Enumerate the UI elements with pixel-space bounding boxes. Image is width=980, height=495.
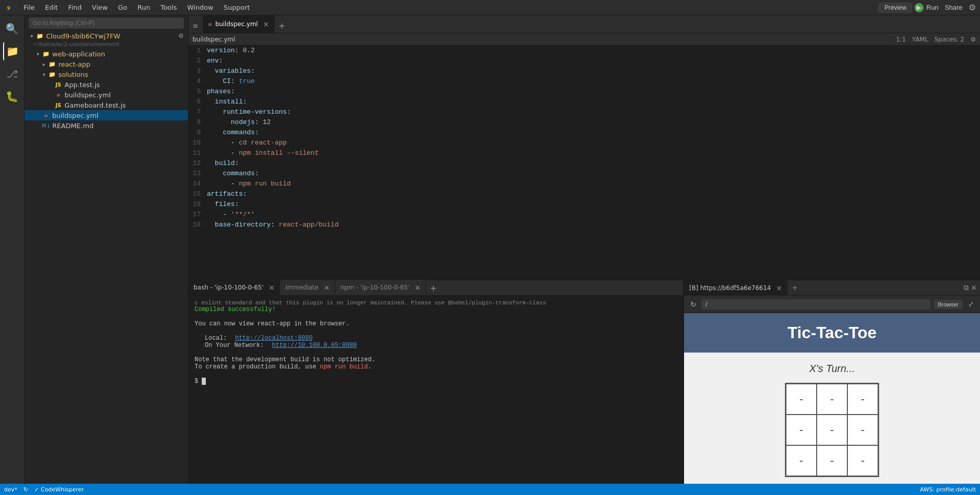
buildspec-root-label: buildspec.yml (52, 112, 98, 119)
ttt-app: Tic-Tac-Toe X's Turn... - - - - - - (684, 313, 980, 495)
code-line-1: 1 version: 0.2 (188, 46, 980, 56)
tab-yaml-icon: ≡ (208, 22, 212, 27)
editor-settings-icon[interactable]: ⚙ (970, 36, 976, 43)
browser-panel: [B] https://b6df5a6e76614 × + ⧉ × ↻ Brow… (683, 280, 980, 495)
code-line-8: 8 nodejs: 12 (188, 117, 980, 128)
tree-buildspec-root[interactable]: ▸ ≡ buildspec.yml (25, 110, 188, 120)
sync-status[interactable]: ↻ (24, 486, 28, 493)
ttt-cell-5[interactable]: - (847, 415, 878, 445)
svg-text:9: 9 (7, 5, 10, 10)
activity-search[interactable]: 🔍 (3, 19, 22, 38)
tree-root[interactable]: ▾ 📁 Cloud9-sbib6CYwj7FW ⚙ (25, 31, 188, 41)
tree-gameboard-test[interactable]: ▸ JS Gameboard.test.js (25, 100, 188, 110)
code-line-5: 5 phases: (188, 87, 980, 97)
ttt-cell-3[interactable]: - (786, 415, 817, 445)
menu-file[interactable]: File (19, 3, 39, 12)
preview-button[interactable]: Preview (878, 3, 912, 13)
folder-icon: 📁 (42, 50, 50, 58)
ttt-cell-0[interactable]: - (786, 384, 817, 415)
network-url[interactable]: http://10.100.0.65:8080 (272, 342, 357, 349)
aws-profile-status[interactable]: AWS: profile:default (920, 486, 976, 493)
sidebar-search-bar (25, 15, 188, 31)
code-line-9: 9 commands: (188, 128, 980, 138)
editor-tab-bar: ≡ ≡ buildspec.yml × + (188, 15, 980, 33)
breadcrumb-bar: buildspec.yml 1:1 YAML Spaces: 2 ⚙ (188, 33, 980, 46)
npm-tab-label: npm - 'ip-10-100-0-65' (340, 284, 410, 291)
activity-git[interactable]: ⎇ (3, 65, 22, 83)
tree-web-application[interactable]: ▾ 📁 web-application (25, 49, 188, 59)
menu-go[interactable]: Go (114, 3, 131, 12)
react-app-label: react-app (58, 60, 90, 68)
browser-external-icon[interactable]: ⤢ (966, 299, 976, 310)
search-input[interactable] (29, 17, 184, 29)
terminal-tab-npm[interactable]: npm - 'ip-10-100-0-65' × (335, 280, 427, 295)
tree-buildspec-solutions[interactable]: ▸ ≡ buildspec.yml (25, 90, 188, 100)
terminal-tab-immediate[interactable]: Immediate × (280, 280, 335, 295)
code-line-18: 18 base-directory: react-app/build (188, 220, 980, 230)
tree-react-app[interactable]: ▸ 📁 react-app (25, 59, 188, 69)
bash-tab-close[interactable]: × (269, 283, 275, 292)
terminal-line-3: To create a production build, use npm ru… (195, 363, 677, 370)
code-line-15: 15 artifacts: (188, 189, 980, 199)
share-button[interactable]: Share (941, 3, 967, 12)
activity-explorer[interactable]: 📁 (3, 42, 22, 60)
breadcrumb-file[interactable]: buildspec.yml (193, 36, 235, 43)
tree-app-test[interactable]: ▸ JS App.test.js (25, 79, 188, 90)
ttt-header: Tic-Tac-Toe (684, 313, 980, 353)
local-url[interactable]: http://localhost:8080 (235, 335, 312, 342)
ttt-cell-8[interactable]: - (847, 445, 878, 476)
activity-debug[interactable]: 🐛 (3, 87, 22, 106)
codewhisperer-status[interactable]: ✓ CodeWhisperer (34, 486, 84, 493)
ttt-cell-7[interactable]: - (817, 445, 847, 476)
menu-support[interactable]: Support (220, 3, 254, 12)
run-button[interactable]: ▶ Run (914, 3, 939, 12)
add-tab-button[interactable]: + (274, 18, 289, 33)
npm-tab-close[interactable]: × (415, 283, 421, 292)
menu-tools[interactable]: Tools (156, 3, 181, 12)
terminal-line-2: Note that the development build is not o… (195, 356, 677, 363)
ttt-body: X's Turn... - - - - - - - - - (775, 353, 889, 495)
tab-close-btn[interactable]: × (263, 20, 269, 28)
browser-panel-controls: ⧉ × (964, 283, 980, 292)
buildspec-solutions-label: buildspec.yml (65, 91, 111, 99)
menu-edit[interactable]: Edit (41, 3, 62, 12)
immediate-tab-close[interactable]: × (324, 283, 330, 292)
editor-spaces[interactable]: Spaces: 2 (934, 36, 964, 43)
browser-url-input[interactable] (701, 299, 931, 310)
settings-icon[interactable]: ⚙ (969, 3, 976, 12)
ttt-cell-1[interactable]: - (817, 384, 847, 415)
terminal-content[interactable]: c eslint standard and that this plugin i… (188, 296, 683, 495)
menu-run[interactable]: Run (133, 3, 154, 12)
browser-reload-button[interactable]: ↻ (688, 299, 698, 310)
ttt-cell-4[interactable]: - (817, 415, 847, 445)
browser-tab-close[interactable]: × (776, 284, 782, 292)
branch-status[interactable]: dev* (4, 486, 17, 493)
ttt-grid[interactable]: - - - - - - - - - (785, 383, 879, 477)
ttt-cell-2[interactable]: - (847, 384, 878, 415)
browser-popout-icon[interactable]: ⧉ (964, 283, 969, 292)
root-settings-icon[interactable]: ⚙ (178, 32, 184, 39)
activity-bar: 🔍 📁 ⎇ 🐛 AWS (0, 15, 25, 495)
browser-button[interactable]: Browser (934, 300, 963, 309)
menu-view[interactable]: View (88, 3, 112, 12)
code-line-6: 6 install: (188, 97, 980, 107)
terminal-network: On Your Network: http://10.100.0.65:8080 (195, 342, 677, 349)
ttt-cell-6[interactable]: - (786, 445, 817, 476)
tree-solutions[interactable]: ▾ 📁 solutions (25, 69, 188, 79)
terminal-tab-bash[interactable]: bash - 'ip-10-100-0-65' × (188, 280, 280, 295)
editor-language[interactable]: YAML (912, 36, 928, 43)
tree-readme[interactable]: ▸ M↓ README.md (25, 120, 188, 131)
tab-buildspec[interactable]: ≡ buildspec.yml × (203, 15, 274, 33)
code-editor[interactable]: 1 version: 0.2 2 env: 3 variables: 4 CI:… (188, 46, 980, 280)
menu-window[interactable]: Window (183, 3, 217, 12)
add-terminal-button[interactable]: + (426, 281, 440, 295)
browser-close-icon[interactable]: × (971, 283, 977, 292)
terminal-panel: bash - 'ip-10-100-0-65' × Immediate × np… (188, 280, 683, 495)
editor-area: ≡ ≡ buildspec.yml × + buildspec.yml 1:1 … (188, 15, 980, 495)
terminal-line-1: You can now view react-app in the browse… (195, 320, 677, 327)
add-browser-tab[interactable]: + (787, 281, 802, 295)
browser-tab-main[interactable]: [B] https://b6df5a6e76614 × (684, 280, 787, 296)
menu-find[interactable]: Find (64, 3, 86, 12)
sidebar-toggle[interactable]: ≡ (188, 18, 203, 33)
gameboard-test-label: Gameboard.test.js (65, 101, 126, 109)
